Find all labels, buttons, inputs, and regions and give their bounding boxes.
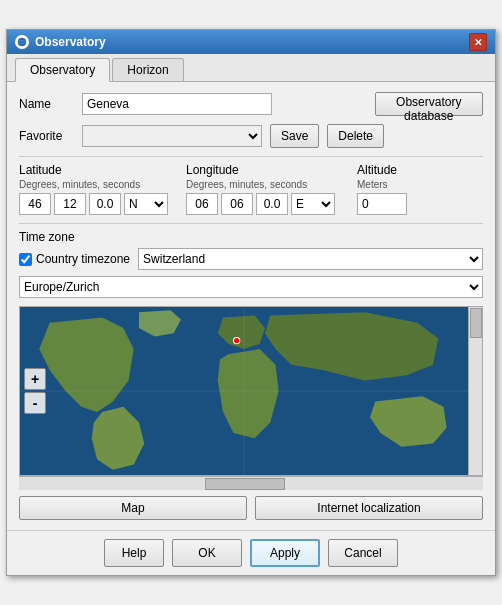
name-row: Name Observatory database — [19, 92, 483, 116]
name-label: Name — [19, 97, 74, 111]
latitude-direction[interactable]: N S — [124, 193, 168, 215]
country-timezone-text: Country timezone — [36, 252, 130, 266]
observatory-window: Observatory ✕ Observatory Horizon Name O… — [6, 29, 496, 576]
window-title: Observatory — [35, 35, 106, 49]
titlebar: Observatory ✕ — [7, 30, 495, 54]
longitude-group: Longitude Degrees, minutes, seconds E W — [186, 163, 335, 215]
tab-bar: Observatory Horizon — [7, 54, 495, 82]
delete-button[interactable]: Delete — [327, 124, 384, 148]
name-input[interactable] — [82, 93, 272, 115]
latitude-minutes[interactable] — [54, 193, 86, 215]
timezone-country-row: Country timezone Switzerland France Germ… — [19, 248, 483, 270]
map-container: + - — [19, 306, 483, 476]
country-timezone-checkbox-label[interactable]: Country timezone — [19, 252, 130, 266]
longitude-inputs: E W — [186, 193, 335, 215]
app-icon — [15, 35, 29, 49]
favorite-select[interactable] — [82, 125, 262, 147]
close-button[interactable]: ✕ — [469, 33, 487, 51]
favorite-label: Favorite — [19, 129, 74, 143]
coord-section: Latitude Degrees, minutes, seconds N S L… — [19, 163, 483, 215]
map-zoom-controls: + - — [24, 368, 46, 414]
altitude-input[interactable] — [357, 193, 407, 215]
longitude-direction[interactable]: E W — [291, 193, 335, 215]
cancel-button[interactable]: Cancel — [328, 539, 398, 567]
internet-localization-button[interactable]: Internet localization — [255, 496, 483, 520]
map-button-row: Map Internet localization — [19, 496, 483, 520]
footer: Help OK Apply Cancel — [7, 530, 495, 575]
latitude-group: Latitude Degrees, minutes, seconds N S — [19, 163, 168, 215]
favorite-row: Favorite Save Delete — [19, 124, 483, 148]
country-timezone-checkbox[interactable] — [19, 253, 32, 266]
map-vscroll-thumb[interactable] — [470, 308, 482, 338]
zoom-out-button[interactable]: - — [24, 392, 46, 414]
altitude-sub: Meters — [357, 179, 407, 190]
map-section: + - — [19, 306, 483, 490]
latitude-degrees[interactable] — [19, 193, 51, 215]
longitude-seconds[interactable] — [256, 193, 288, 215]
tab-observatory[interactable]: Observatory — [15, 58, 110, 82]
map-vertical-scrollbar[interactable] — [468, 307, 482, 475]
tab-horizon[interactable]: Horizon — [112, 58, 183, 81]
map-button[interactable]: Map — [19, 496, 247, 520]
timezone-section: Time zone Country timezone Switzerland F… — [19, 230, 483, 306]
map-hscroll-thumb[interactable] — [205, 478, 285, 490]
latitude-sub: Degrees, minutes, seconds — [19, 179, 168, 190]
svg-point-5 — [234, 337, 240, 343]
help-button[interactable]: Help — [104, 539, 164, 567]
ok-button[interactable]: OK — [172, 539, 242, 567]
titlebar-left: Observatory — [15, 35, 106, 49]
longitude-sub: Degrees, minutes, seconds — [186, 179, 335, 190]
divider-1 — [19, 156, 483, 157]
latitude-seconds[interactable] — [89, 193, 121, 215]
altitude-group: Altitude Meters — [357, 163, 407, 215]
map-horizontal-scrollbar[interactable] — [19, 476, 483, 490]
country-select[interactable]: Switzerland France Germany Italy — [138, 248, 483, 270]
latitude-title: Latitude — [19, 163, 168, 177]
save-button[interactable]: Save — [270, 124, 319, 148]
longitude-title: Longitude — [186, 163, 335, 177]
content-area: Name Observatory database Favorite Save … — [7, 82, 495, 530]
map-world[interactable] — [20, 307, 468, 475]
timezone-select[interactable]: Europe/Zurich Europe/Paris Europe/Berlin — [19, 276, 483, 298]
obs-db-button[interactable]: Observatory database — [375, 92, 484, 116]
altitude-title: Altitude — [357, 163, 407, 177]
svg-point-0 — [18, 38, 26, 46]
zoom-in-button[interactable]: + — [24, 368, 46, 390]
apply-button[interactable]: Apply — [250, 539, 320, 567]
timezone-label: Time zone — [19, 230, 483, 244]
longitude-minutes[interactable] — [221, 193, 253, 215]
latitude-inputs: N S — [19, 193, 168, 215]
divider-2 — [19, 223, 483, 224]
longitude-degrees[interactable] — [186, 193, 218, 215]
